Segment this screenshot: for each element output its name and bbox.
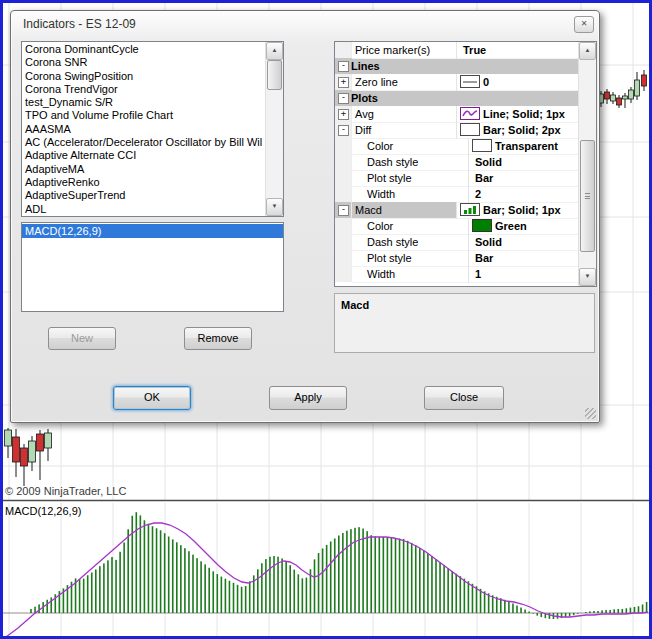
property-row[interactable]: -MacdBar; Solid; 1px	[335, 202, 579, 218]
property-name: Width	[352, 186, 469, 203]
indicator-list-item[interactable]: test_Dynamic S/R	[22, 96, 266, 109]
property-name: Avg	[352, 106, 457, 123]
close-button[interactable]: Close	[424, 386, 504, 410]
collapse-icon[interactable]: -	[338, 205, 349, 216]
indicator-list-item[interactable]: Corona DominantCycle	[22, 43, 266, 56]
available-indicators-list: Corona DominantCycleCorona SNRCorona Swi…	[21, 41, 284, 217]
new-button: New	[48, 327, 116, 350]
available-list-scrollbar[interactable]: ▲ ▼	[265, 42, 283, 216]
selected-indicator-item[interactable]: MACD(12,26,9)	[22, 224, 283, 238]
property-row[interactable]: Plot styleBar	[335, 250, 579, 266]
collapse-icon[interactable]: -	[338, 93, 349, 104]
property-value[interactable]: 0	[457, 74, 579, 91]
expander-cell[interactable]: -	[335, 122, 352, 138]
property-value-text: Solid	[475, 234, 502, 250]
dialog-title: Indicators - ES 12-09	[23, 17, 136, 31]
property-name: Color	[352, 138, 469, 155]
property-name: Color	[352, 218, 469, 235]
expander-cell	[335, 154, 352, 170]
indicator-list-item[interactable]: AAASMA	[22, 123, 266, 136]
property-value-text: Bar; Solid; 2px	[483, 122, 561, 138]
close-icon[interactable]: ✕	[574, 16, 594, 33]
property-value[interactable]: True	[457, 42, 579, 59]
property-value[interactable]: Line; Solid; 1px	[457, 106, 579, 123]
expander-cell[interactable]: +	[335, 106, 352, 122]
ninjatrader-chart-window: © 2009 NinjaTrader, LLC MACD(12,26,9) In…	[0, 0, 652, 639]
property-value[interactable]: Bar; Solid; 2px	[457, 122, 579, 139]
expander-cell	[335, 218, 352, 234]
property-row[interactable]: Dash styleSolid	[335, 234, 579, 250]
expander-cell[interactable]: -	[335, 58, 351, 74]
property-grid-scrollbar[interactable]: ▲ ▼	[578, 42, 596, 286]
resize-grip[interactable]	[585, 408, 596, 419]
empty-box-icon	[460, 123, 480, 136]
collapse-icon[interactable]: -	[338, 125, 349, 136]
property-category-row[interactable]: -Plots	[335, 90, 579, 106]
property-value[interactable]: Green	[469, 218, 579, 235]
indicator-list-item[interactable]: AdaptiveMA	[22, 163, 266, 176]
property-name: Dash style	[352, 234, 469, 251]
property-value[interactable]: Solid	[469, 234, 579, 251]
property-name: Plot style	[352, 250, 469, 267]
property-value[interactable]: Transparent	[469, 138, 579, 155]
indicators-dialog: Indicators - ES 12-09 ✕ Corona DominantC…	[10, 10, 600, 423]
property-row[interactable]: Width1	[335, 266, 579, 282]
expander-cell	[335, 234, 352, 250]
indicator-list-item[interactable]: Corona TrendVigor	[22, 83, 266, 96]
property-category-label: Lines	[351, 58, 380, 74]
scroll-down-icon[interactable]: ▼	[579, 268, 596, 286]
apply-button[interactable]: Apply	[269, 386, 347, 410]
scroll-up-icon[interactable]: ▲	[266, 42, 283, 60]
expand-icon[interactable]: +	[338, 109, 349, 120]
property-row[interactable]: ColorGreen	[335, 218, 579, 234]
macd-indicator-label: MACD(12,26,9)	[5, 505, 81, 517]
expander-cell[interactable]: -	[335, 202, 352, 218]
property-row[interactable]: Width2	[335, 186, 579, 202]
property-name: Price marker(s)	[352, 42, 457, 59]
green-swatch-icon	[472, 219, 492, 232]
indicator-list-item[interactable]: AC (Accelerator/Decelerator Oscillator b…	[22, 136, 266, 149]
property-value-text: Bar	[475, 250, 493, 266]
property-category-row[interactable]: -Lines	[335, 58, 579, 74]
expander-cell	[335, 250, 352, 266]
indicator-list-item[interactable]: Corona SwingPosition	[22, 70, 266, 83]
ok-button[interactable]: OK	[113, 386, 191, 410]
indicator-list-item[interactable]: Adaptive Alternate CCI	[22, 149, 266, 162]
avg-line-icon	[460, 107, 480, 120]
indicator-list-item[interactable]: TPO and Volume Profile Chart	[22, 109, 266, 122]
macd-bars-icon	[460, 203, 480, 216]
property-row[interactable]: ColorTransparent	[335, 138, 579, 154]
collapse-icon[interactable]: -	[338, 61, 349, 72]
scroll-down-icon[interactable]: ▼	[266, 198, 283, 216]
property-row[interactable]: Plot styleBar	[335, 170, 579, 186]
property-value[interactable]: 2	[469, 186, 579, 203]
expander-cell[interactable]: -	[335, 90, 351, 106]
property-value[interactable]: Bar; Solid; 1px	[457, 202, 579, 219]
property-value[interactable]: Bar	[469, 250, 579, 267]
property-value[interactable]: 1	[469, 266, 579, 283]
property-value-text: 1	[475, 266, 481, 282]
property-category-label: Plots	[351, 90, 378, 106]
expand-icon[interactable]: +	[338, 77, 349, 88]
property-row[interactable]: Price marker(s)True	[335, 42, 579, 58]
property-row[interactable]: +AvgLine; Solid; 1px	[335, 106, 579, 122]
property-value[interactable]: Bar	[469, 170, 579, 187]
indicator-list-item[interactable]: AdaptiveSuperTrend	[22, 189, 266, 202]
property-value[interactable]: Solid	[469, 154, 579, 171]
scrollbar-thumb[interactable]	[580, 140, 595, 252]
property-row[interactable]: Dash styleSolid	[335, 154, 579, 170]
scrollbar-thumb[interactable]	[267, 60, 282, 90]
property-value-text: Transparent	[495, 138, 558, 154]
property-row[interactable]: -DiffBar; Solid; 2px	[335, 122, 579, 138]
scroll-up-icon[interactable]: ▲	[579, 42, 596, 60]
remove-button[interactable]: Remove	[184, 327, 252, 350]
property-name: Diff	[352, 122, 457, 139]
property-row[interactable]: +Zero line0	[335, 74, 579, 90]
indicator-list-item[interactable]: AdaptiveRenko	[22, 176, 266, 189]
expander-cell	[335, 266, 352, 282]
indicator-list-item[interactable]: Corona SNR	[22, 56, 266, 69]
indicator-list-item[interactable]: ADL	[22, 203, 266, 216]
property-value-text: 2	[475, 186, 481, 202]
expander-cell[interactable]: +	[335, 74, 352, 90]
property-value-text: Bar	[475, 170, 493, 186]
